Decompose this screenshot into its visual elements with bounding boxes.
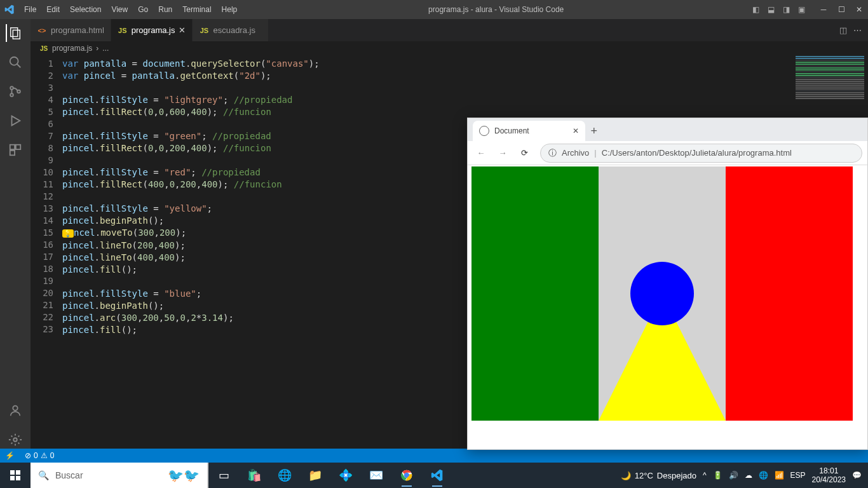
chevron-right-icon: › xyxy=(96,44,98,53)
taskbar-search[interactable]: 🔍 Buscar 🐦🐦 xyxy=(31,463,208,488)
chrome-taskbar-icon[interactable] xyxy=(391,463,422,488)
error-icon: ⊘ xyxy=(25,451,31,460)
menu-run[interactable]: Run xyxy=(153,0,177,19)
menu-terminal[interactable]: Terminal xyxy=(177,0,216,19)
volume-icon[interactable]: 🔊 xyxy=(729,471,738,480)
clock-time: 18:01 xyxy=(812,466,846,475)
chrome-tab-title: Document xyxy=(494,126,529,135)
js-file-icon: JS xyxy=(199,25,209,36)
layout-panel-left-icon[interactable]: ◧ xyxy=(750,4,761,15)
clock[interactable]: 18:01 20/4/2023 xyxy=(812,466,846,484)
explorer-icon[interactable] xyxy=(6,24,24,42)
window-minimize-icon[interactable]: ─ xyxy=(815,0,832,19)
copilot-icon[interactable]: 💠 xyxy=(330,463,361,488)
svg-point-5 xyxy=(10,93,13,97)
settings-gear-icon[interactable] xyxy=(6,431,24,449)
window-close-icon[interactable]: ✕ xyxy=(850,0,868,19)
breadcrumb-file: programa.js xyxy=(52,44,92,53)
info-icon: ⓘ xyxy=(548,147,557,159)
tray-chevron-icon[interactable]: ^ xyxy=(703,471,707,480)
menu-file[interactable]: File xyxy=(19,0,41,19)
breadcrumbs[interactable]: JS programa.js › ... xyxy=(31,41,868,55)
reload-button[interactable]: ⟳ xyxy=(516,145,532,161)
titlebar: File Edit Selection View Go Run Terminal… xyxy=(0,0,868,19)
account-icon[interactable] xyxy=(6,402,24,419)
forward-button[interactable]: → xyxy=(494,145,511,161)
tab-escuadra-js[interactable]: JS escuadra.js xyxy=(193,19,269,41)
split-editor-icon[interactable]: ◫ xyxy=(839,25,847,35)
svg-rect-15 xyxy=(10,476,15,480)
vscode-logo-icon xyxy=(0,4,19,15)
menu-go[interactable]: Go xyxy=(133,0,153,19)
mail-icon[interactable]: ✉️ xyxy=(361,463,391,488)
menu-bar: File Edit Selection View Go Run Terminal… xyxy=(19,0,242,19)
weather-widget[interactable]: 🌙 12°C Despejado xyxy=(621,471,696,480)
svg-rect-13 xyxy=(10,470,15,475)
status-remote-icon[interactable]: ⚡ xyxy=(0,451,20,460)
tab-programa-js[interactable]: JS programa.js ✕ xyxy=(111,19,193,41)
back-button[interactable]: ← xyxy=(473,145,489,161)
battery-icon[interactable]: 🔋 xyxy=(713,471,722,480)
menu-selection[interactable]: Selection xyxy=(65,0,106,19)
close-tab-icon[interactable]: ✕ xyxy=(179,25,186,35)
file-explorer-icon[interactable]: 📁 xyxy=(300,463,330,488)
layout-panel-bottom-icon[interactable]: ⬓ xyxy=(765,4,776,15)
status-errors[interactable]: ⊘ 0 ⚠ 0 xyxy=(20,451,59,460)
extensions-icon[interactable] xyxy=(6,141,24,159)
warning-icon: ⚠ xyxy=(41,451,48,460)
breadcrumb-rest: ... xyxy=(102,44,109,53)
window-maximize-icon[interactable]: ☐ xyxy=(832,0,850,19)
run-debug-icon[interactable] xyxy=(6,112,24,130)
new-tab-button[interactable]: + xyxy=(585,121,603,141)
separator: | xyxy=(594,148,596,158)
layout-panel-right-icon[interactable]: ◨ xyxy=(780,4,792,15)
wifi-icon[interactable]: 📶 xyxy=(775,471,784,480)
search-icon: 🔍 xyxy=(38,470,49,480)
edge-icon[interactable]: 🌐 xyxy=(269,463,300,488)
onedrive-icon[interactable]: ☁ xyxy=(745,471,752,480)
weather-temp: 12°C xyxy=(635,471,653,480)
line-gutter: 1234567891011121314151617181920212223 xyxy=(31,55,62,449)
activity-bar xyxy=(0,19,31,449)
chrome-viewport xyxy=(468,165,867,449)
menu-edit[interactable]: Edit xyxy=(41,0,65,19)
chrome-tabstrip: Document ✕ + xyxy=(468,118,867,141)
network-icon[interactable]: 🌐 xyxy=(759,471,768,480)
tab-label: programa.html xyxy=(51,25,104,35)
tab-programa-html[interactable]: <> programa.html xyxy=(31,19,111,41)
clock-date: 20/4/2023 xyxy=(812,475,846,484)
notifications-icon[interactable]: 💬 xyxy=(852,471,862,480)
search-placeholder: Buscar xyxy=(55,470,83,480)
weather-desc: Despejado xyxy=(657,471,696,480)
source-control-icon[interactable] xyxy=(6,83,24,100)
moon-icon: 🌙 xyxy=(621,471,631,480)
search-art-icon: 🐦🐦 xyxy=(168,468,200,483)
svg-rect-9 xyxy=(16,145,20,149)
svg-point-4 xyxy=(10,86,13,90)
svg-rect-14 xyxy=(16,470,20,475)
menu-view[interactable]: View xyxy=(106,0,133,19)
search-icon[interactable] xyxy=(6,53,24,71)
output-canvas xyxy=(471,166,853,421)
globe-icon xyxy=(479,126,489,136)
chrome-tab[interactable]: Document ✕ xyxy=(473,121,585,141)
address-scheme: Archivo xyxy=(562,148,589,158)
task-view-icon[interactable]: ▭ xyxy=(208,463,239,488)
close-tab-icon[interactable]: ✕ xyxy=(573,126,579,135)
menu-help[interactable]: Help xyxy=(217,0,243,19)
chrome-window[interactable]: Document ✕ + ← → ⟳ ⓘ Archivo | C:/Users/… xyxy=(467,118,868,450)
start-button[interactable] xyxy=(0,463,31,488)
code-content[interactable]: var pantalla = document.querySelector("c… xyxy=(62,55,320,449)
svg-point-2 xyxy=(10,57,18,65)
svg-point-11 xyxy=(13,406,17,410)
microsoft-store-icon[interactable]: 🛍️ xyxy=(239,463,269,488)
layout-customize-icon[interactable]: ▣ xyxy=(796,4,807,15)
input-lang[interactable]: ESP xyxy=(790,471,806,480)
svg-point-12 xyxy=(13,438,17,442)
status-bar: ⚡ ⊘ 0 ⚠ 0 xyxy=(0,449,868,463)
more-actions-icon[interactable]: ⋯ xyxy=(853,25,862,35)
vscode-taskbar-icon[interactable] xyxy=(422,463,452,488)
svg-rect-1 xyxy=(13,30,20,39)
address-bar[interactable]: ⓘ Archivo | C:/Users/anton/Desktop/Julie… xyxy=(540,144,862,163)
js-file-icon: JS xyxy=(118,25,128,36)
